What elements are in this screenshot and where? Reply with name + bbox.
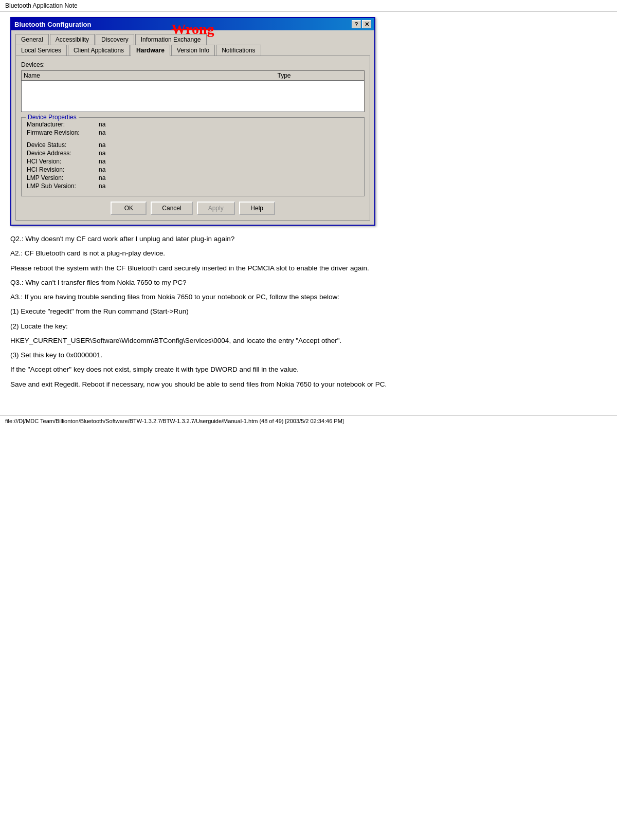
prop-lmp-sub-version: LMP Sub Version: na <box>27 182 359 190</box>
bluetooth-config-dialog: Bluetooth Configuration Wrong ? ✕ Genera… <box>10 17 375 226</box>
dialog-titlebar: Bluetooth Configuration Wrong ? ✕ <box>11 18 374 30</box>
devices-label: Devices: <box>21 61 365 68</box>
titlebar-buttons: ? ✕ <box>352 20 371 28</box>
devices-table-header: Name Type <box>22 71 364 81</box>
step1-text: (1) Execute "regedit" from the Run comma… <box>10 306 607 317</box>
page-header: Bluetooth Application Note <box>0 0 617 12</box>
step4-text: If the "Accept other" key does not exist… <box>10 364 607 375</box>
device-properties-group: Device Properties Manufacturer: na Firmw… <box>21 117 365 196</box>
devices-table-body <box>22 81 364 112</box>
tab-information-exchange[interactable]: Information Exchange <box>135 34 207 45</box>
page-title: Bluetooth Application Note <box>5 2 78 9</box>
a2b-text: Please reboot the system with the CF Blu… <box>10 263 607 273</box>
dialog-buttons: OK Cancel Apply Help <box>21 202 365 215</box>
prop-hci-revision: HCI Revision: na <box>27 166 359 173</box>
step2-text: (2) Locate the key: <box>10 321 607 332</box>
dialog-wrapper: Bluetooth Configuration Wrong ? ✕ Genera… <box>10 17 607 226</box>
apply-button[interactable]: Apply <box>197 202 235 215</box>
tabs-row-2: Local Services Client Applications Hardw… <box>15 44 370 56</box>
prop-firmware: Firmware Revision: na <box>27 129 359 136</box>
dialog-body: General Accessibility Discovery Informat… <box>11 30 374 225</box>
prop-device-address: Device Address: na <box>27 150 359 157</box>
col-name-header: Name <box>24 72 278 79</box>
cancel-button[interactable]: Cancel <box>151 202 192 215</box>
q2-text: Q2.: Why doesn't my CF card work after I… <box>10 234 607 244</box>
prop-device-status: Device Status: na <box>27 141 359 149</box>
close-titlebar-button[interactable]: ✕ <box>362 20 371 28</box>
tab-notifications[interactable]: Notifications <box>216 45 261 56</box>
step2b-text: HKEY_CURRENT_USER\Software\Widcomm\BTCon… <box>10 336 607 346</box>
page-footer: file:///D|/MDC Team/Billionton/Bluetooth… <box>0 415 617 426</box>
help-button[interactable]: Help <box>239 202 275 215</box>
devices-table: Name Type <box>21 70 365 112</box>
footer-text: file:///D|/MDC Team/Billionton/Bluetooth… <box>5 418 344 424</box>
tab-accessibility[interactable]: Accessibility <box>50 34 95 45</box>
help-titlebar-button[interactable]: ? <box>352 20 361 28</box>
group-title: Device Properties <box>26 114 79 121</box>
tab-hardware[interactable]: Hardware <box>131 45 170 56</box>
tab-local-services[interactable]: Local Services <box>15 45 67 56</box>
col-type-header: Type <box>278 72 362 79</box>
a2-text: A2.: CF Bluetooth card is not a plug-n-p… <box>10 248 607 259</box>
step3-text: (3) Set this key to 0x0000001. <box>10 350 607 360</box>
prop-hci-version: HCI Version: na <box>27 158 359 165</box>
body-content: Q2.: Why doesn't my CF card work after I… <box>10 234 607 390</box>
tabs-row-1: General Accessibility Discovery Informat… <box>15 33 370 44</box>
prop-lmp-version: LMP Version: na <box>27 174 359 181</box>
tab-discovery[interactable]: Discovery <box>96 34 134 45</box>
tab-general[interactable]: General <box>15 34 49 45</box>
q3-text: Q3.: Why can't I transfer files from Nok… <box>10 278 607 288</box>
a3-text: A3.: If you are having trouble sending f… <box>10 292 607 302</box>
dialog-title: Bluetooth Configuration <box>14 21 91 28</box>
prop-manufacturer: Manufacturer: na <box>27 121 359 128</box>
ok-button[interactable]: OK <box>111 202 147 215</box>
step5-text: Save and exit Regedit. Reboot if necessa… <box>10 379 607 390</box>
tab-version-info[interactable]: Version Info <box>171 45 215 56</box>
tab-client-applications[interactable]: Client Applications <box>68 45 130 56</box>
tab-content: Devices: Name Type Device Properties Man… <box>15 56 370 221</box>
